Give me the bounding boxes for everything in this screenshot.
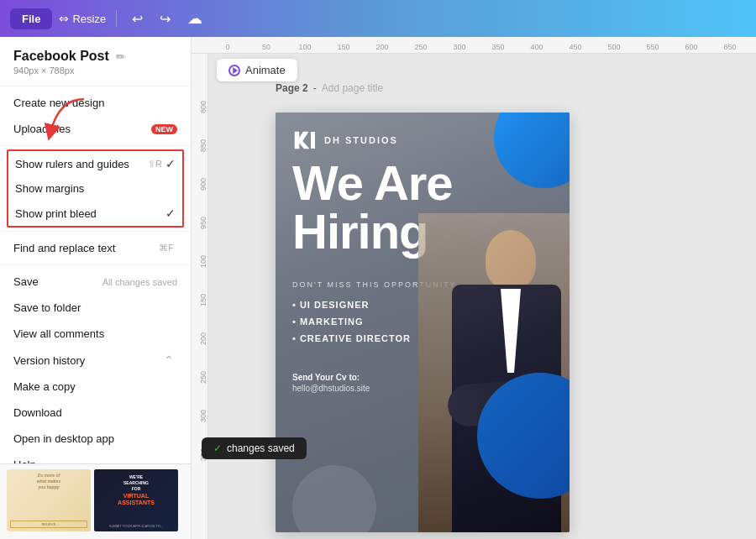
page-add-title: Add page title bbox=[322, 82, 383, 94]
role-3: • CREATIVE DIRECTOR bbox=[292, 331, 411, 348]
menu-item-desktop[interactable]: Open in desktop app bbox=[0, 426, 191, 452]
page-label: Page 2 - Add page title bbox=[276, 82, 383, 94]
design-background: DH STUDIOS We Are Hiring DON'T MISS THIS… bbox=[276, 113, 570, 532]
sidebar-dimensions: 940px × 788px bbox=[13, 65, 177, 76]
hiring-contact: Send Your Cv to: hello@dhstudios.site bbox=[292, 373, 370, 393]
menu-item-help[interactable]: Help bbox=[0, 452, 191, 463]
sidebar-title: Facebook Post bbox=[13, 49, 109, 64]
cloud-sync-button[interactable]: ☁ bbox=[182, 6, 207, 31]
menu-item-save-folder[interactable]: Save to folder bbox=[0, 295, 191, 321]
menu-item-create[interactable]: Create new design bbox=[0, 90, 191, 116]
file-button[interactable]: File bbox=[10, 8, 52, 29]
menu-item-margins[interactable]: Show margins bbox=[8, 176, 182, 201]
menu-item-bleed[interactable]: Show print bleed ✓ bbox=[8, 201, 182, 226]
toolbar-divider-1 bbox=[116, 10, 117, 27]
animate-icon bbox=[228, 65, 240, 76]
studio-name: DH STUDIOS bbox=[324, 135, 398, 145]
headline-line1: We Are bbox=[292, 159, 553, 207]
role-2: • MARKETING bbox=[292, 314, 411, 331]
rulers-shortcut: ⇧R bbox=[148, 159, 162, 170]
menu-item-copy[interactable]: Make a copy bbox=[0, 374, 191, 400]
thumbnail-strip: Do more ofwhat makesyou happy BELIEVE WE… bbox=[0, 463, 191, 539]
toast-check-icon: ✓ bbox=[213, 442, 222, 454]
save-status: All changes saved bbox=[102, 277, 177, 287]
menu-divider-2 bbox=[0, 231, 191, 232]
redo-button[interactable]: ↪ bbox=[155, 8, 176, 30]
thumbnail-2[interactable]: WE'RESEARCHINGFOR VIRTUALASSISTANTS SUBM… bbox=[94, 469, 178, 531]
menu-divider-3 bbox=[0, 264, 191, 265]
menu-item-download[interactable]: Download bbox=[0, 400, 191, 426]
animate-button[interactable]: Animate bbox=[217, 59, 297, 81]
contact-title: Send Your Cv to: bbox=[292, 373, 370, 382]
resize-button[interactable]: Resize bbox=[59, 12, 106, 25]
menu-item-version[interactable]: Version history ⌃ bbox=[0, 347, 191, 374]
role-1: • UI DESIGNER bbox=[292, 297, 411, 314]
rulers-check: ✓ bbox=[165, 157, 176, 170]
sidebar-header: Facebook Post ✏ 940px × 788px bbox=[0, 37, 191, 86]
white-circle-decoration bbox=[292, 465, 376, 532]
menu-outlined-group: Show rulers and guides ⇧R ✓ Show margins… bbox=[7, 149, 184, 228]
find-shortcut: ⌘F bbox=[159, 243, 174, 254]
menu-divider-1 bbox=[0, 145, 191, 146]
design-canvas[interactable]: DH STUDIOS We Are Hiring DON'T MISS THIS… bbox=[276, 113, 570, 532]
undo-button[interactable]: ↩ bbox=[127, 8, 148, 30]
hiring-roles: • UI DESIGNER • MARKETING • CREATIVE DIR… bbox=[292, 297, 411, 347]
menu-item-comments[interactable]: View all comments bbox=[0, 321, 191, 347]
menu-item-find[interactable]: Find and replace text ⌘F bbox=[0, 235, 191, 261]
page-number: Page 2 bbox=[276, 82, 308, 94]
thumbnail-1[interactable]: Do more ofwhat makesyou happy BELIEVE bbox=[7, 469, 91, 531]
menu-section: Create new design Upload files NEW Show … bbox=[0, 86, 191, 463]
bleed-check: ✓ bbox=[165, 207, 176, 220]
changes-saved-toast: ✓ changes saved bbox=[202, 437, 307, 459]
menu-item-save[interactable]: Save All changes saved bbox=[0, 269, 191, 295]
canvas-area: 0 50 100 150 200 250 300 350 400 450 500… bbox=[192, 37, 756, 539]
animate-label: Animate bbox=[245, 64, 286, 76]
version-shortcut: ⌃ bbox=[164, 353, 174, 367]
new-badge: NEW bbox=[151, 124, 177, 134]
contact-email: hello@dhstudios.site bbox=[292, 384, 370, 393]
vertical-ruler: 800 850 900 950 100 150 200 250 300 350 bbox=[192, 54, 208, 539]
dh-logo-area: DH STUDIOS bbox=[292, 129, 398, 151]
top-toolbar: File Resize ↩ ↪ ☁ bbox=[0, 0, 756, 37]
edit-title-icon[interactable]: ✏ bbox=[116, 50, 125, 63]
horizontal-ruler: 0 50 100 150 200 250 300 350 400 450 500… bbox=[192, 37, 756, 54]
sidebar: Facebook Post ✏ 940px × 788px Create new… bbox=[0, 37, 192, 539]
menu-item-rulers[interactable]: Show rulers and guides ⇧R ✓ bbox=[8, 151, 182, 176]
main-layout: Facebook Post ✏ 940px × 788px Create new… bbox=[0, 37, 756, 539]
page-dash: - bbox=[313, 82, 317, 94]
toast-text: changes saved bbox=[227, 442, 295, 454]
dh-logo-icon bbox=[292, 129, 318, 151]
menu-item-upload[interactable]: Upload files NEW bbox=[0, 116, 191, 142]
